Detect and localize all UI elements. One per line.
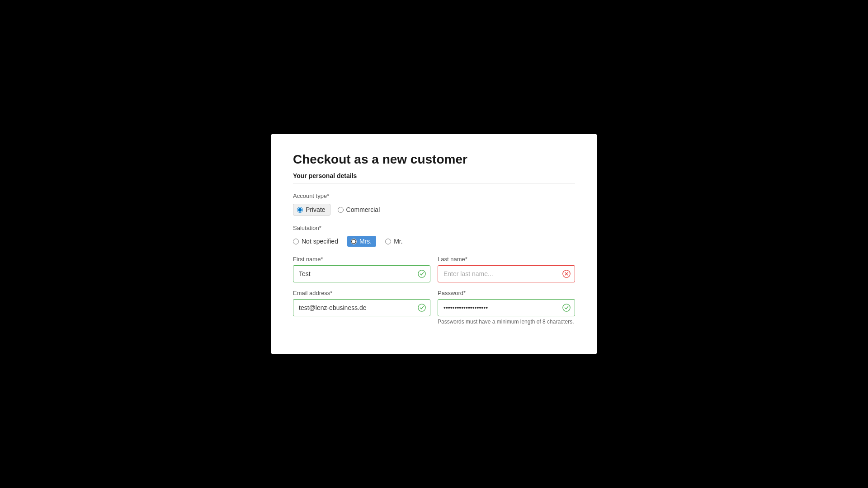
email-wrapper xyxy=(293,299,430,316)
account-type-label: Account type* xyxy=(293,192,575,199)
password-wrapper xyxy=(438,299,575,316)
first-name-input[interactable] xyxy=(293,265,430,282)
password-col: Password* Passwords must have a minimum … xyxy=(438,290,575,325)
first-name-col: First name* xyxy=(293,256,430,282)
first-name-label: First name* xyxy=(293,256,430,263)
checkout-form: Checkout as a new customer Your personal… xyxy=(271,134,597,354)
account-type-commercial[interactable]: Commercial xyxy=(338,206,380,213)
last-name-wrapper xyxy=(438,265,575,282)
svg-point-4 xyxy=(418,304,425,311)
last-name-input[interactable] xyxy=(438,265,575,282)
salutation-mr-label: Mr. xyxy=(394,238,402,245)
salutation-not-specified-label: Not specified xyxy=(302,238,338,245)
salutation-group: Salutation* Not specified Mrs. Mr. xyxy=(293,225,575,247)
salutation-not-specified[interactable]: Not specified xyxy=(293,238,338,245)
svg-point-0 xyxy=(418,270,425,277)
salutation-label: Salutation* xyxy=(293,225,575,231)
account-type-options: Private Commercial xyxy=(293,204,575,216)
email-label: Email address* xyxy=(293,290,430,296)
account-type-commercial-label: Commercial xyxy=(346,206,380,213)
section-divider xyxy=(293,183,575,183)
svg-point-5 xyxy=(563,304,570,311)
salutation-mrs-radio[interactable] xyxy=(351,239,357,244)
account-type-private[interactable]: Private xyxy=(293,204,330,216)
account-type-private-radio[interactable] xyxy=(297,207,303,213)
last-name-label: Last name* xyxy=(438,256,575,263)
salutation-options: Not specified Mrs. Mr. xyxy=(293,236,575,247)
email-input[interactable] xyxy=(293,299,430,316)
password-valid-icon xyxy=(562,304,571,312)
first-name-valid-icon xyxy=(418,270,426,278)
last-name-error-icon xyxy=(562,270,571,278)
section-subtitle: Your personal details xyxy=(293,172,575,179)
salutation-mr-radio[interactable] xyxy=(385,239,391,244)
account-type-commercial-radio[interactable] xyxy=(338,207,344,213)
account-type-group: Account type* Private Commercial xyxy=(293,192,575,216)
salutation-mrs-label: Mrs. xyxy=(359,238,372,245)
salutation-mrs[interactable]: Mrs. xyxy=(347,236,376,247)
first-name-wrapper xyxy=(293,265,430,282)
name-row: First name* Last name* xyxy=(293,256,575,282)
password-label: Password* xyxy=(438,290,575,296)
password-hint: Passwords must have a minimum length of … xyxy=(438,319,575,325)
password-input[interactable] xyxy=(438,299,575,316)
credentials-row: Email address* Password* xyxy=(293,290,575,325)
account-type-private-label: Private xyxy=(306,206,326,213)
last-name-col: Last name* xyxy=(438,256,575,282)
salutation-not-specified-radio[interactable] xyxy=(293,239,299,244)
page-title: Checkout as a new customer xyxy=(293,152,575,167)
salutation-mr[interactable]: Mr. xyxy=(385,238,402,245)
email-col: Email address* xyxy=(293,290,430,325)
email-valid-icon xyxy=(418,304,426,312)
